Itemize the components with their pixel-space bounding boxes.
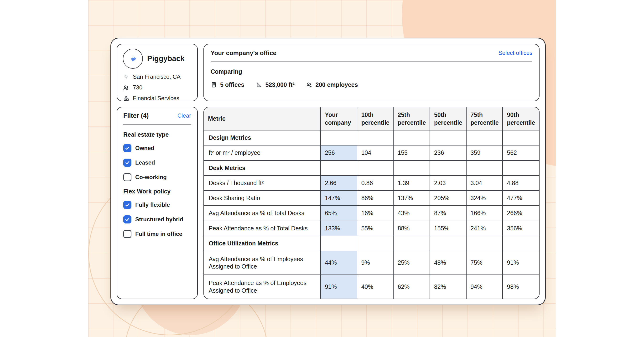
section-title-cell: Design Metrics: [204, 130, 320, 145]
percentile-value-cell: [502, 160, 539, 176]
metric-name-cell: Peak Attendance as % of Total Desks: [204, 221, 320, 236]
checkbox-label: Fully flexible: [135, 202, 170, 208]
percentile-value-cell: [466, 236, 503, 251]
checkbox-unchecked[interactable]: [123, 173, 132, 181]
filter-option[interactable]: Structured hybrid: [123, 215, 191, 224]
comparing-label: Comparing: [210, 68, 532, 75]
location-pin-icon: [123, 74, 129, 80]
filter-group-label: Flex Work policy: [123, 188, 191, 195]
percentile-value-cell: 2.03: [430, 176, 466, 190]
percentile-value-cell: 75%: [466, 251, 503, 275]
percentile-value-cell: 62%: [393, 275, 430, 298]
table-section-row: Desk Metrics: [204, 160, 539, 176]
pig-icon: [130, 56, 136, 62]
percentile-value-cell: 4.88: [502, 176, 539, 190]
company-details: San Francisco, CA730Financial Services: [123, 74, 192, 102]
checkbox-checked[interactable]: [123, 201, 132, 209]
percentile-value-cell: [430, 130, 466, 145]
percentile-value-cell: [502, 130, 539, 145]
column-header: 75th percentile: [466, 107, 503, 130]
column-header: 50th percentile: [430, 107, 466, 130]
table-section-row: Office Utilization Metrics: [204, 236, 539, 251]
percentile-value-cell: 87%: [430, 206, 466, 220]
percentile-value-cell: [393, 236, 430, 251]
your-company-value-cell: 133%: [320, 221, 357, 236]
office-stat: 5 offices: [210, 81, 244, 88]
people-icon: [306, 82, 312, 88]
table-data-row: Peak Attendance as % of Total Desks133%5…: [204, 221, 539, 236]
company-header: Piggyback: [123, 49, 192, 69]
percentile-value-cell: 55%: [357, 221, 394, 236]
column-header: Metric: [204, 107, 320, 130]
office-stat: 200 employees: [306, 81, 358, 88]
your-company-value-cell: 2.66: [320, 176, 357, 190]
percentile-value-cell: 562: [502, 145, 539, 160]
table-data-row: ft² or m² / employee256104155236359562: [204, 145, 539, 160]
table-data-row: Peak Attendance as % of Employees Assign…: [204, 275, 539, 298]
company-detail-row: 730: [123, 84, 192, 91]
percentile-value-cell: [466, 130, 503, 145]
percentile-value-cell: 40%: [357, 275, 394, 298]
filter-option[interactable]: Full time in office: [123, 230, 191, 238]
table-data-row: Avg Attendance as % of Employees Assigne…: [204, 251, 539, 275]
checkbox-checked[interactable]: [123, 158, 132, 167]
percentile-value-cell: [430, 236, 466, 251]
checkbox-label: Structured hybrid: [135, 216, 183, 223]
section-title-cell: Desk Metrics: [204, 160, 320, 176]
filter-option[interactable]: Co-working: [123, 173, 191, 181]
percentile-value-cell: 91%: [502, 251, 539, 275]
percentile-value-cell: 324%: [466, 190, 503, 206]
percentile-value-cell: 16%: [357, 206, 394, 220]
percentile-value-cell: 477%: [502, 190, 539, 206]
metric-name-cell: ft² or m² / employee: [204, 145, 320, 160]
section-title-cell: Office Utilization Metrics: [204, 236, 320, 251]
percentile-value-cell: [393, 130, 430, 145]
filter-panel: Filter (4) Clear Real estate typeOwnedLe…: [117, 107, 198, 299]
checkbox-checked[interactable]: [123, 215, 132, 224]
company-logo: [123, 49, 143, 69]
percentile-value-cell: 155: [393, 145, 430, 160]
column-header: Your company: [320, 107, 357, 130]
company-name: Piggyback: [147, 54, 184, 63]
company-detail-row: Financial Services: [123, 95, 192, 102]
company-card: Piggyback San Francisco, CA730Financial …: [117, 44, 198, 101]
percentile-value-cell: 88%: [393, 221, 430, 236]
your-company-value-cell: 147%: [320, 190, 357, 206]
percentile-value-cell: 359: [466, 145, 503, 160]
office-stat-text: 523,000 ft²: [265, 81, 294, 88]
percentile-value-cell: 82%: [430, 275, 466, 298]
select-offices-link[interactable]: Select offices: [498, 50, 532, 56]
percentile-value-cell: 236: [430, 145, 466, 160]
your-company-value-cell: 91%: [320, 275, 357, 298]
percentile-value-cell: 104: [357, 145, 394, 160]
percentile-value-cell: 241%: [466, 221, 503, 236]
filter-option[interactable]: Leased: [123, 158, 191, 167]
clear-filters-link[interactable]: Clear: [178, 112, 191, 119]
checkbox-checked[interactable]: [123, 144, 132, 152]
people-icon: [123, 84, 129, 91]
office-stat: 523,000 ft²: [256, 81, 294, 88]
table-data-row: Desk Sharing Ratio147%86%137%205%324%477…: [204, 190, 539, 206]
metric-name-cell: Desks / Thousand ft²: [204, 176, 320, 190]
office-stats: 5 offices523,000 ft²200 employees: [210, 81, 532, 88]
percentile-value-cell: 356%: [502, 221, 539, 236]
dashboard-card: Piggyback San Francisco, CA730Financial …: [110, 38, 546, 305]
your-company-value-cell: 44%: [320, 251, 357, 275]
percentile-value-cell: 3.04: [466, 176, 503, 190]
percentile-value-cell: 25%: [393, 251, 430, 275]
your-company-value-cell: 65%: [320, 206, 357, 220]
filter-groups: Real estate typeOwnedLeasedCo-workingFle…: [123, 124, 191, 244]
filter-option[interactable]: Fully flexible: [123, 201, 191, 209]
office-stat-text: 200 employees: [316, 81, 358, 88]
percentile-value-cell: 98%: [502, 275, 539, 298]
office-summary-panel: Your company's office Select offices Com…: [204, 44, 540, 101]
office-panel-header: Your company's office Select offices: [210, 44, 532, 62]
percentile-value-cell: [357, 160, 394, 176]
filter-title: Filter (4): [123, 112, 149, 120]
filter-option[interactable]: Owned: [123, 144, 191, 152]
checkbox-unchecked[interactable]: [123, 230, 132, 238]
percentile-value-cell: 43%: [393, 206, 430, 220]
metric-name-cell: Avg Attendance as % of Employees Assigne…: [204, 251, 320, 275]
column-header: 10th percentile: [357, 107, 394, 130]
percentile-value-cell: [466, 160, 503, 176]
